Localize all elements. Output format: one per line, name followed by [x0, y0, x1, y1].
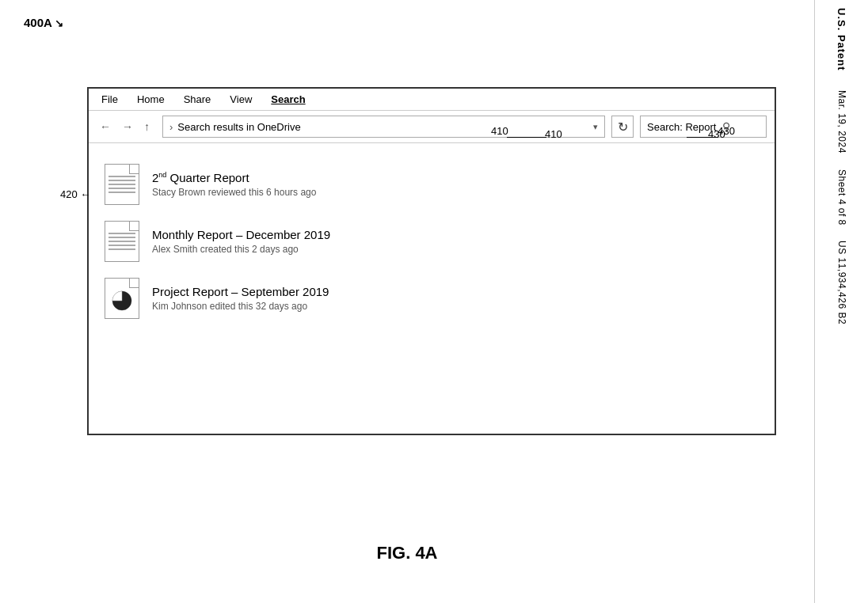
- annot-430-line: [687, 137, 718, 138]
- callout-410: 410: [491, 125, 508, 137]
- up-button[interactable]: ↑: [141, 119, 153, 135]
- file-info-3: Project Report – September 2019 Kim John…: [152, 285, 329, 312]
- menu-file[interactable]: File: [101, 93, 118, 105]
- patent-sidebar: U.S. Patent Mar. 19, 2024 Sheet 4 of 8 U…: [814, 0, 868, 603]
- file-name-1: 2nd Quarter Report: [152, 171, 316, 184]
- file-name-2: Monthly Report – December 2019: [152, 228, 330, 241]
- file-meta-3: Kim Johnson edited this 32 days ago: [152, 301, 329, 312]
- back-button[interactable]: ←: [97, 119, 114, 135]
- search-bar[interactable]: Search: Report ⚲: [640, 116, 767, 138]
- file-item-1[interactable]: 2nd Quarter Report Stacy Brown reviewed …: [105, 156, 759, 213]
- file-name-3: Project Report – September 2019: [152, 285, 329, 298]
- file-icon-corner-3: [129, 279, 139, 288]
- file-info-2: Monthly Report – December 2019 Alex Smit…: [152, 228, 330, 255]
- patent-date: Mar. 19, 2024: [836, 90, 847, 154]
- patent-number: US 11,934,426 B2: [836, 241, 847, 324]
- chart-icon: [111, 290, 133, 312]
- menu-home[interactable]: Home: [137, 93, 165, 105]
- main-content: 400A ↘ File Home Share View Search ← → ↑…: [0, 0, 814, 603]
- annot-410-line: [507, 137, 546, 138]
- address-bar-row: ← → ↑ › Search results in OneDrive ▾ ↻ S…: [89, 111, 775, 143]
- figure-label: 400A ↘: [24, 16, 63, 29]
- search-bar-text: Search: Report: [647, 121, 716, 133]
- file-info-1: 2nd Quarter Report Stacy Brown reviewed …: [152, 171, 316, 198]
- annot-420-label: 420 ←: [60, 188, 90, 200]
- file-icon-lines-2: [108, 233, 135, 250]
- nav-buttons: ← → ↑: [97, 119, 153, 135]
- file-item-2[interactable]: Monthly Report – December 2019 Alex Smit…: [105, 213, 759, 270]
- menu-share[interactable]: Share: [184, 93, 211, 105]
- file-meta-1: Stacy Brown reviewed this 6 hours ago: [152, 187, 316, 198]
- refresh-button[interactable]: ↻: [611, 116, 634, 138]
- file-icon-lines-1: [108, 176, 135, 193]
- file-meta-2: Alex Smith created this 2 days ago: [152, 244, 330, 255]
- file-icon-1: [105, 164, 139, 205]
- address-text: › Search results in OneDrive: [169, 121, 301, 133]
- file-item-3[interactable]: Project Report – September 2019 Kim John…: [105, 270, 759, 327]
- figure-caption: FIG. 4A: [376, 543, 437, 563]
- patent-sheet: Sheet 4 of 8: [836, 169, 847, 226]
- address-dropdown-icon[interactable]: ▾: [593, 122, 598, 132]
- address-chevron: ›: [169, 121, 173, 133]
- file-icon-2: [105, 221, 139, 262]
- menu-search[interactable]: Search: [271, 93, 305, 105]
- explorer-window: File Home Share View Search ← → ↑ › Sear…: [87, 87, 776, 435]
- file-list: 2nd Quarter Report Stacy Brown reviewed …: [89, 143, 775, 339]
- address-field[interactable]: › Search results in OneDrive ▾: [162, 116, 605, 138]
- annot-410-label: 410: [545, 128, 562, 140]
- patent-us-label: U.S. Patent: [836, 8, 847, 71]
- menu-view[interactable]: View: [230, 93, 252, 105]
- file-icon-3: [105, 278, 139, 319]
- annot-430-label: 430: [708, 128, 725, 140]
- menu-bar: File Home Share View Search: [89, 89, 775, 111]
- forward-button[interactable]: →: [119, 119, 136, 135]
- file-icon-corner-2: [129, 222, 139, 231]
- address-value: Search results in OneDrive: [177, 121, 300, 133]
- file-icon-corner-1: [129, 165, 139, 174]
- refresh-icon: ↻: [618, 119, 628, 135]
